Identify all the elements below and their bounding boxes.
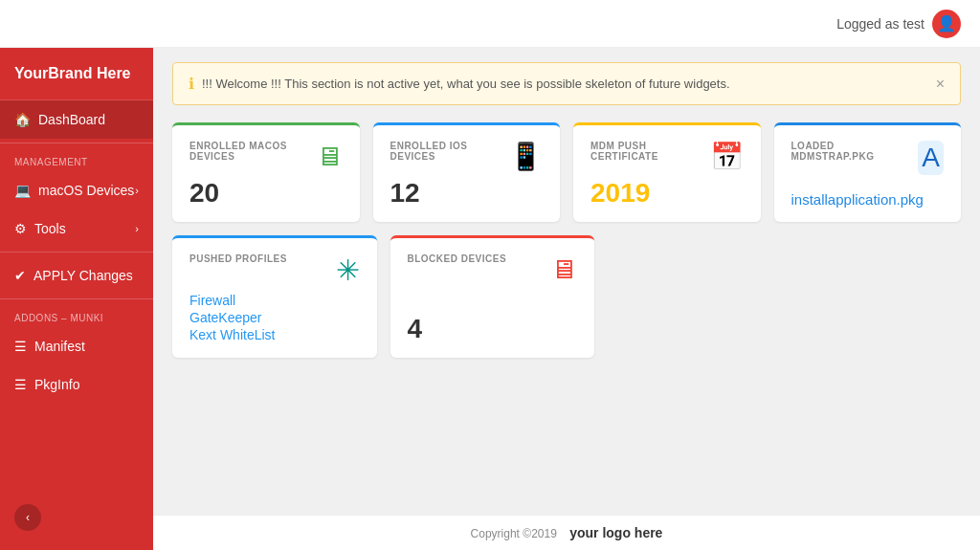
dashboard-label: DashBoard xyxy=(38,112,105,127)
widget-value-mdmstrap[interactable]: installapplication.pkg xyxy=(791,192,945,207)
widget-header-ios: ENROLLED IOS DEVICES 📱 xyxy=(390,141,544,172)
widget-value-ios: 12 xyxy=(390,180,544,207)
widget-loaded-mdmstrap: LOADED MDMSTRAP.PKG A installapplication… xyxy=(774,122,962,222)
user-avatar-icon: 👤 xyxy=(937,14,956,33)
manifest-label: Manifest xyxy=(34,339,85,354)
sidebar-collapse-button[interactable]: ‹ xyxy=(14,504,41,531)
manifest-icon: ☰ xyxy=(14,339,27,354)
widget-label-blocked: BLOCKED DEVICES xyxy=(408,253,507,264)
widget-icon-mdmstrap: A xyxy=(918,141,944,175)
widget-header-blocked: BLOCKED DEVICES 🖥 xyxy=(408,253,578,285)
collapse-icon: ‹ xyxy=(26,511,30,524)
footer-logo: your logo here xyxy=(569,525,662,540)
tools-icon: ⚙ xyxy=(14,221,27,236)
sidebar-brand: YourBrand Here xyxy=(0,48,153,100)
widget-icon-ios: 📱 xyxy=(509,141,543,172)
macos-devices-label: macOS Devices xyxy=(38,183,134,198)
profile-link-firewall[interactable]: Firewall xyxy=(189,293,360,308)
profile-link-gatekeeper[interactable]: GateKeeper xyxy=(189,310,360,325)
profile-link-kext[interactable]: Kext WhiteList xyxy=(189,327,360,342)
widget-enrolled-macos: ENROLLED MACOS DEVICES 🖥 20 xyxy=(172,122,360,222)
widget-value-macos: 20 xyxy=(189,180,343,207)
widget-label-profiles: PUSHED PROFILES xyxy=(189,253,287,264)
widget-label-mdm: MDM PUSH CERTIFICATE xyxy=(590,141,710,162)
pkginfo-icon: ☰ xyxy=(14,377,27,392)
user-avatar: 👤 xyxy=(932,10,961,38)
alert-message: !!! Welcome !!! This section is not acti… xyxy=(202,77,730,91)
app-wrapper: Logged as test 👤 YourBrand Here 🏠 DashBo… xyxy=(0,0,980,550)
widget-icon-macos: 🖥 xyxy=(316,141,343,172)
widget-header-profiles: PUSHED PROFILES ✳ xyxy=(189,253,360,287)
widget-value-blocked: 4 xyxy=(408,316,578,342)
logged-as-text: Logged as test xyxy=(836,16,924,32)
management-section-label: MANAGEMENT xyxy=(0,147,153,171)
tools-label: Tools xyxy=(34,221,66,236)
main-layout: YourBrand Here 🏠 DashBoard MANAGEMENT 💻 … xyxy=(0,48,980,550)
addons-section-label: ADDONS – MUNKI xyxy=(0,303,153,327)
alert-close-button[interactable]: × xyxy=(936,76,945,93)
alert-banner: ℹ !!! Welcome !!! This section is not ac… xyxy=(172,62,961,105)
alert-icon: ℹ xyxy=(189,75,194,93)
alert-message-container: ℹ !!! Welcome !!! This section is not ac… xyxy=(189,75,730,93)
sidebar-item-dashboard[interactable]: 🏠 DashBoard xyxy=(0,100,153,139)
footer: Copyright ©2019 your logo here xyxy=(153,515,980,550)
widget-header-mdm: MDM PUSH CERTIFICATE 📅 xyxy=(590,141,744,172)
widgets-row-1: ENROLLED MACOS DEVICES 🖥 20 ENROLLED IOS… xyxy=(172,122,961,222)
tools-chevron: › xyxy=(135,223,139,234)
sidebar-divider-1 xyxy=(0,143,153,143)
widget-enrolled-ios: ENROLLED IOS DEVICES 📱 12 xyxy=(373,122,561,222)
widgets-row-2: PUSHED PROFILES ✳ Firewall GateKeeper Ke… xyxy=(172,235,961,358)
widget-mdm-push: MDM PUSH CERTIFICATE 📅 2019 xyxy=(573,122,761,222)
widget-pushed-profiles: PUSHED PROFILES ✳ Firewall GateKeeper Ke… xyxy=(172,235,377,358)
widget-icon-blocked: 🖥 xyxy=(550,253,577,285)
sidebar-item-tools[interactable]: ⚙ Tools › xyxy=(0,209,153,248)
widget-icon-mdm: 📅 xyxy=(710,141,744,172)
user-info: Logged as test 👤 xyxy=(836,10,961,38)
widget-label-ios: ENROLLED IOS DEVICES xyxy=(390,141,510,162)
widget-value-mdm: 2019 xyxy=(590,180,744,207)
widget-label-macos: ENROLLED MACOS DEVICES xyxy=(189,141,316,162)
spacer-2 xyxy=(791,235,962,358)
sidebar-item-apply-changes[interactable]: ✔ APPLY Changes xyxy=(0,256,153,295)
sidebar-item-macos-devices[interactable]: 💻 macOS Devices › xyxy=(0,171,153,209)
sidebar-item-pkginfo[interactable]: ☰ PkgInfo xyxy=(0,365,153,404)
dashboard-icon: 🏠 xyxy=(14,112,31,127)
widget-header-macos: ENROLLED MACOS DEVICES 🖥 xyxy=(189,141,343,172)
spacer-1 xyxy=(608,235,778,358)
content-area: ℹ !!! Welcome !!! This section is not ac… xyxy=(153,48,980,515)
widget-label-mdmstrap: LOADED MDMSTRAP.PKG xyxy=(791,141,919,162)
pkginfo-label: PkgInfo xyxy=(34,377,79,392)
sidebar: YourBrand Here 🏠 DashBoard MANAGEMENT 💻 … xyxy=(0,48,153,550)
macos-devices-icon: 💻 xyxy=(14,183,31,198)
apply-changes-label: APPLY Changes xyxy=(33,268,133,283)
footer-copyright: Copyright ©2019 xyxy=(471,527,557,540)
main-content: ℹ !!! Welcome !!! This section is not ac… xyxy=(153,48,980,550)
sidebar-divider-2 xyxy=(0,252,153,253)
widget-blocked-devices: BLOCKED DEVICES 🖥 4 xyxy=(390,235,595,358)
widget-icon-profiles: ✳ xyxy=(336,253,360,287)
sidebar-item-manifest[interactable]: ☰ Manifest xyxy=(0,327,153,365)
apply-changes-icon: ✔ xyxy=(14,268,26,283)
top-header: Logged as test 👤 xyxy=(0,0,980,48)
sidebar-divider-3 xyxy=(0,298,153,299)
widget-links-profiles: Firewall GateKeeper Kext WhiteList xyxy=(189,293,360,342)
widget-header-mdmstrap: LOADED MDMSTRAP.PKG A xyxy=(791,141,945,175)
macos-devices-chevron: › xyxy=(135,185,139,196)
